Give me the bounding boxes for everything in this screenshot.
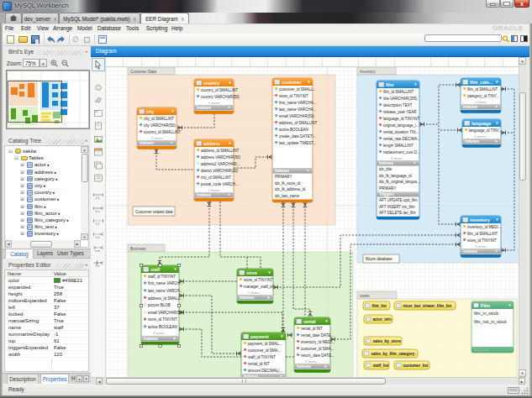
svg-text:idx_title: idx_title: [379, 167, 392, 171]
svg-text:address: address: [203, 141, 220, 146]
svg-text:picture BLOB: picture BLOB: [148, 303, 171, 307]
svg-text:Indexes: Indexes: [297, 364, 312, 369]
svg-text:payment: payment: [250, 334, 269, 339]
svg-text:Indexes: Indexes: [240, 296, 255, 300]
svg-text:amount DECIMAL(...: amount DECIMAL(...: [248, 369, 283, 373]
svg-text:email VARCHAR(50): email VARCHAR(50): [148, 311, 183, 315]
svg-text:store: store: [246, 270, 257, 275]
svg-text:staff: staff: [150, 267, 160, 272]
svg-text:customer: customer: [282, 80, 302, 85]
svg-text:2 more: 2 more: [208, 188, 220, 192]
svg-text:address2 VARCHAR(...: address2 VARCHAR(...: [201, 162, 240, 166]
svg-text:idx_fk_original_langua...: idx_fk_original_langua...: [379, 180, 420, 184]
svg-text:film_list: film_list: [372, 304, 387, 308]
svg-text:inventory_id MEDI...: inventory_id MEDI...: [301, 340, 335, 344]
svg-text:customer_list: customer_list: [403, 364, 429, 368]
svg-text:film_in_stock: film_in_stock: [474, 311, 498, 316]
svg-text:1 more: 1 more: [151, 136, 163, 140]
svg-text:Routines: Routines: [474, 348, 490, 353]
svg-text:2 more...: 2 more...: [305, 359, 319, 364]
svg-text:last_name VARCHA...: last_name VARCHA...: [279, 107, 316, 112]
svg-text:return_date DATE...: return_date DATE...: [301, 353, 334, 358]
svg-text:idx_fk_language_id: idx_fk_language_id: [379, 174, 412, 178]
svg-text:description TEXT: description TEXT: [383, 103, 413, 107]
svg-text:Indexes: Indexes: [140, 141, 155, 145]
svg-text:address VARCHAR(50): address VARCHAR(50): [201, 155, 240, 160]
svg-text:postal_code VARCH...: postal_code VARCH...: [201, 182, 239, 186]
svg-text:Customer Data: Customer Data: [130, 70, 156, 74]
svg-text:replacement_cost D...: replacement_cost D...: [383, 150, 420, 154]
svg-text:store_id TINYINT: store_id TINYINT: [244, 278, 273, 282]
svg-text:sales_by_store: sales_by_store: [373, 339, 402, 343]
svg-text:rental: rental: [303, 319, 316, 324]
svg-text:sales_by_film_category: sales_by_film_category: [371, 352, 415, 356]
svg-text:country_id SMALLINT: country_id SMALLINT: [144, 130, 181, 134]
svg-text:store_id TINYINT: store_id TINYINT: [279, 94, 308, 98]
svg-text:idx_fk_store_id: idx_fk_store_id: [275, 181, 301, 186]
svg-text:customer_id SMALL...: customer_id SMALL...: [279, 87, 316, 92]
svg-text:email VARCHAR(50): email VARCHAR(50): [279, 114, 314, 118]
svg-text:category_id TINY...: category_id TINY...: [467, 94, 499, 98]
svg-text:1:n: 1:n: [96, 236, 100, 239]
svg-text:country: country: [203, 81, 219, 86]
svg-text:rental_id INT: rental_id INT: [248, 362, 270, 366]
svg-text:1:1: 1:1: [96, 196, 100, 200]
svg-text:length SMALLINT: length SMALLINT: [383, 144, 413, 148]
svg-text:language_id TINY...: language_id TINY...: [469, 128, 502, 133]
svg-text:film: film: [386, 82, 394, 87]
svg-text:manager_staff_id ...: manager_staff_id ...: [244, 285, 277, 289]
svg-text:first_name VARCH...: first_name VARCH...: [148, 281, 182, 285]
svg-text:PRIMARY: PRIMARY: [275, 175, 292, 179]
svg-text:active BOOLEAN: active BOOLEAN: [148, 325, 177, 329]
svg-text:AFT INSERT ins_film: AFT INSERT ins_film: [379, 205, 415, 209]
svg-text:address_id SMALLINT: address_id SMALLINT: [201, 149, 240, 153]
svg-text:first_name VARCHA...: first_name VARCHA...: [279, 101, 316, 105]
svg-text:views: views: [360, 294, 370, 298]
svg-text:staff_list: staff_list: [373, 364, 389, 368]
svg-text:address_id SMALLINT: address_id SMALLINT: [279, 121, 318, 125]
svg-text:3 more...: 3 more...: [391, 156, 405, 160]
svg-text:city: city: [146, 109, 154, 114]
svg-text:Indexes: Indexes: [275, 169, 290, 173]
svg-text:Business: Business: [130, 247, 146, 251]
svg-text:city_id SMALLINT: city_id SMALLINT: [201, 175, 231, 180]
svg-text:Customer related data: Customer related data: [135, 210, 173, 214]
svg-text:active BOOLEAN: active BOOLEAN: [279, 128, 308, 132]
svg-text:2 more...: 2 more...: [474, 134, 488, 139]
svg-text:last_update TIMEST...: last_update TIMEST...: [279, 141, 316, 145]
svg-text:film_id SMALLINT: film_id SMALLINT: [467, 87, 498, 92]
svg-text:city VARCHAR(50): city VARCHAR(50): [144, 123, 176, 128]
svg-text:country VARCHAR(50): country VARCHAR(50): [201, 95, 240, 99]
svg-text:actor_info: actor_info: [373, 317, 392, 322]
svg-text:rental_duration TIN...: rental_duration TIN...: [383, 130, 419, 134]
svg-text:address_id SMALL...: address_id SMALL...: [148, 296, 183, 301]
svg-text:film_cate...: film_cate...: [470, 80, 493, 85]
svg-text:city_id SMALLINT: city_id SMALLINT: [144, 117, 174, 121]
svg-text:Indexes: Indexes: [197, 193, 212, 197]
svg-text:AFT DELETE del_film: AFT DELETE del_film: [379, 211, 416, 215]
svg-text:Triggers: Triggers: [379, 192, 395, 196]
svg-text:Indexes: Indexes: [465, 139, 480, 144]
svg-text:Movie database: Movie database: [366, 257, 392, 261]
svg-text:idx_fk_address_id: idx_fk_address_id: [275, 187, 306, 191]
svg-text:Indexes: Indexes: [463, 105, 478, 109]
svg-text:inventory: inventory: [470, 217, 490, 223]
svg-text:Film: Film: [481, 303, 490, 308]
svg-text:1:1: 1:1: [96, 223, 100, 226]
svg-text:payment_id SMAL...: payment_id SMAL...: [248, 342, 282, 346]
svg-text:language: language: [471, 121, 491, 126]
svg-text:n:m: n:m: [95, 249, 100, 253]
svg-text:store_id TINYINT: store_id TINYINT: [467, 238, 497, 243]
svg-text:inventory_id MEDI...: inventory_id MEDI...: [467, 225, 502, 229]
svg-text:language_id TINYINT: language_id TINYINT: [383, 117, 419, 121]
svg-text:rental_id INT: rental_id INT: [301, 327, 323, 331]
svg-text:Inventory: Inventory: [360, 70, 377, 74]
svg-text:1:n: 1:n: [96, 210, 100, 213]
svg-text:PRIMARY: PRIMARY: [379, 186, 396, 191]
svg-text:Indexes: Indexes: [379, 161, 394, 165]
svg-text:create_date DATETI...: create_date DATETI...: [279, 134, 316, 139]
svg-text:1:n: 1:n: [96, 264, 100, 268]
svg-text:customer_id SMA...: customer_id SMA...: [248, 348, 281, 353]
svg-text:Indexes: Indexes: [197, 106, 212, 110]
svg-text:Indexes: Indexes: [144, 337, 159, 341]
